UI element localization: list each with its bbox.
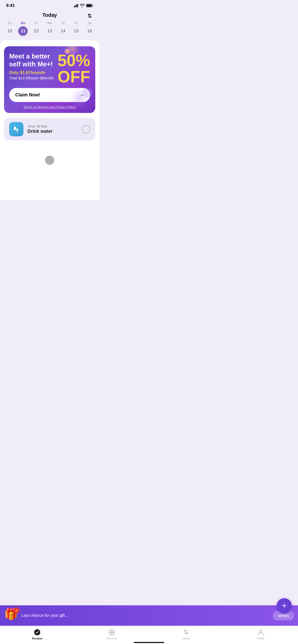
promo-discount: 50% OFF: [58, 52, 90, 85]
svg-rect-3: [77, 4, 78, 7]
calendar-day-mo[interactable]: Mo 11: [16, 21, 30, 36]
calendar-day-tu[interactable]: Tu 12: [30, 21, 43, 36]
calendar-days: Su 10 Mo 11 Tu 12 We 13 Th 14 Fr 15 Sa 1…: [3, 21, 96, 36]
habit-name: Drink water: [28, 129, 78, 134]
habit-icon-water: [9, 122, 23, 136]
promo-top: Meet a better self with Me+! Only $1.67/…: [9, 52, 90, 85]
calendar-day-sa[interactable]: Sa 16: [83, 21, 96, 36]
habit-item-drink-water[interactable]: Time: All-Day Drink water: [4, 118, 95, 140]
status-bar: 9:41: [0, 0, 99, 10]
scroll-indicator: [4, 156, 95, 165]
calendar-day-th[interactable]: Th 14: [56, 21, 70, 36]
sort-button[interactable]: [86, 12, 93, 19]
status-time: 9:41: [6, 3, 15, 8]
calendar-day-fr[interactable]: Fr 15: [70, 21, 83, 36]
terms-link[interactable]: Terms of Service and Privacy Policy: [9, 105, 90, 109]
habit-checkbox[interactable]: [82, 125, 90, 133]
habit-info: Time: All-Day Drink water: [28, 124, 78, 134]
promo-text-block: Meet a better self with Me+! Only $1.67/…: [9, 52, 58, 80]
calendar-day-we[interactable]: We 13: [43, 21, 56, 36]
promo-price: Only $1.67/month: [9, 70, 58, 75]
promo-total: Total $19.99/year ($39.99): [9, 76, 58, 80]
wifi-icon: [80, 4, 85, 7]
calendar-day-su[interactable]: Su 10: [3, 21, 16, 36]
calendar: Su 10 Mo 11 Tu 12 We 13 Th 14 Fr 15 Sa 1…: [0, 21, 99, 40]
svg-rect-1: [75, 5, 76, 7]
svg-rect-2: [76, 4, 77, 7]
svg-rect-5: [87, 5, 92, 7]
claim-label: Claim Now!: [15, 92, 40, 98]
svg-rect-0: [74, 6, 75, 7]
habit-time: Time: All-Day: [28, 124, 78, 128]
main-content: Meet a better self with Me+! Only $1.67/…: [0, 40, 99, 200]
battery-icon: [86, 4, 93, 7]
promo-banner: Meet a better self with Me+! Only $1.67/…: [4, 46, 95, 113]
claim-button[interactable]: Claim Now! →: [9, 88, 90, 102]
claim-arrow-icon: →: [79, 92, 84, 98]
page-title: Today: [42, 12, 57, 18]
svg-rect-10: [17, 129, 18, 131]
water-faucet-icon: [12, 125, 20, 133]
svg-point-11: [17, 131, 18, 132]
signal-icon: [74, 4, 78, 7]
status-icons: [74, 4, 93, 7]
header: Today: [0, 10, 99, 21]
scroll-dot: [45, 156, 54, 165]
promo-main-title: Meet a better self with Me+!: [9, 52, 58, 68]
